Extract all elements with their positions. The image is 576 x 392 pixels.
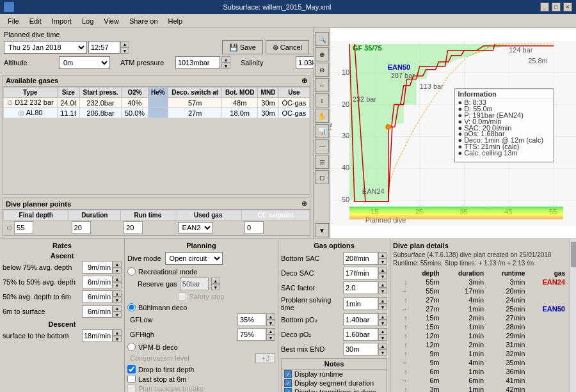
nav-btn-7[interactable]: 📊 xyxy=(315,124,329,138)
gfhi-dn[interactable]: ▼ xyxy=(266,334,275,341)
gas2-use: OC-gas xyxy=(278,108,309,118)
atm-pressure-input[interactable] xyxy=(175,56,220,69)
deco-sac-up[interactable]: ▲ xyxy=(378,267,387,273)
planned-dive-time-row: Planned dive time xyxy=(4,31,309,38)
menu-shareon[interactable]: Share on xyxy=(124,16,163,26)
rate2-dn[interactable]: ▼ xyxy=(113,282,122,288)
atm-increment-btn[interactable]: ▲ xyxy=(221,56,230,63)
bot-sac-dn[interactable]: ▼ xyxy=(378,258,387,265)
problem-up[interactable]: ▲ xyxy=(378,297,387,304)
reserve-gas-input[interactable] xyxy=(180,278,209,290)
minimize-button[interactable]: _ xyxy=(540,3,549,12)
rate1-up[interactable]: ▲ xyxy=(113,261,122,267)
sac-factor-input[interactable] xyxy=(343,281,378,294)
bottom-po2-input[interactable] xyxy=(343,313,378,326)
bot-sac-up[interactable]: ▲ xyxy=(378,252,387,258)
safety-stop-checkbox[interactable] xyxy=(178,292,186,301)
nav-btn-1[interactable]: 🔍 xyxy=(315,32,329,46)
deco-sac-dn[interactable]: ▼ xyxy=(378,273,387,279)
planner-cc-setpoint[interactable] xyxy=(241,221,309,235)
nav-btn-8[interactable]: 〰 xyxy=(315,139,329,153)
gflo-up[interactable]: ▲ xyxy=(266,313,275,320)
rate-value-1[interactable] xyxy=(82,261,113,274)
nav-btn-4[interactable]: ↔ xyxy=(315,78,329,92)
scrollbar-thumb[interactable] xyxy=(571,242,576,267)
rate4-dn[interactable]: ▼ xyxy=(113,311,122,318)
problem-solving-input[interactable] xyxy=(343,297,378,310)
rate-value-3[interactable] xyxy=(82,290,113,303)
rate-value-5[interactable] xyxy=(82,329,113,342)
gas-col-size: Size xyxy=(57,88,79,98)
nav-btn-6[interactable]: ✋ xyxy=(315,109,329,123)
close-button[interactable]: ✕ xyxy=(563,3,572,12)
deco-sac-input[interactable] xyxy=(343,267,378,279)
altitude-select[interactable]: 0m xyxy=(59,56,110,69)
dive-plan-row-11: → 6m 6min 41min xyxy=(393,376,567,385)
nav-btn-5[interactable]: ↕ xyxy=(315,93,329,107)
time-input[interactable]: 12:57 xyxy=(88,41,120,54)
drop-to-first-depth-checkbox[interactable] xyxy=(127,365,136,373)
planner-duration[interactable] xyxy=(68,221,121,235)
scrollbar[interactable] xyxy=(570,239,576,392)
rate5-dn[interactable]: ▼ xyxy=(113,336,122,342)
dive-mode-select[interactable]: Open circuit xyxy=(165,252,223,265)
gfhi-up[interactable]: ▲ xyxy=(266,328,275,334)
note-checkbox-0[interactable] xyxy=(284,370,292,378)
plan-backgas-checkbox[interactable] xyxy=(127,384,136,392)
rate-value-4[interactable] xyxy=(82,305,113,318)
buhlmann-radio[interactable] xyxy=(127,303,136,311)
nav-btn-10[interactable]: ◻ xyxy=(315,170,329,184)
date-select[interactable]: Thu 25 Jan 2018 xyxy=(4,41,87,54)
deco-po2-dn[interactable]: ▼ xyxy=(378,334,387,341)
rate1-dn[interactable]: ▼ xyxy=(113,267,122,274)
nav-btn-3[interactable]: ⊖ xyxy=(315,63,329,77)
rate3-dn[interactable]: ▼ xyxy=(113,297,122,303)
time-increment-btn[interactable]: ▲ xyxy=(120,41,129,47)
gflo-dn[interactable]: ▼ xyxy=(266,320,275,326)
atm-decrement-btn[interactable]: ▼ xyxy=(221,63,230,69)
menu-log[interactable]: Log xyxy=(77,16,99,26)
cancel-button[interactable]: ⊗ Cancel xyxy=(266,40,309,54)
menu-import[interactable]: Import xyxy=(47,16,77,26)
note-checkbox-2[interactable] xyxy=(284,388,292,392)
recreational-radio[interactable] xyxy=(127,267,136,276)
bot-po2-up[interactable]: ▲ xyxy=(378,313,387,320)
restore-button[interactable]: □ xyxy=(552,3,561,12)
rate-value-2[interactable] xyxy=(82,276,113,288)
planner-used-gas[interactable]: EAN24 xyxy=(175,221,241,235)
best-mix-end-input[interactable] xyxy=(343,343,378,356)
planner-runtime[interactable] xyxy=(121,221,175,235)
planner-depth[interactable]: ⊙ xyxy=(4,221,69,235)
rate4-up[interactable]: ▲ xyxy=(113,305,122,311)
menu-edit[interactable]: Edit xyxy=(24,16,47,26)
problem-dn[interactable]: ▼ xyxy=(378,304,387,310)
nav-btn-2[interactable]: ⊕ xyxy=(315,47,329,61)
gf-low-input[interactable] xyxy=(237,313,266,326)
vpm-radio[interactable] xyxy=(127,343,136,351)
save-button[interactable]: 💾 Save xyxy=(222,40,263,54)
rate3-up[interactable]: ▲ xyxy=(113,290,122,297)
last-stop-checkbox[interactable] xyxy=(127,375,136,383)
deco-po2-up[interactable]: ▲ xyxy=(378,328,387,334)
menu-help[interactable]: Help xyxy=(163,16,188,26)
sac-factor-dn[interactable]: ▼ xyxy=(378,288,387,294)
best-mix-dn[interactable]: ▼ xyxy=(378,349,387,356)
gf-high-input[interactable] xyxy=(237,328,266,341)
bottom-sac-input[interactable] xyxy=(343,252,378,265)
note-checkbox-1[interactable] xyxy=(284,379,292,387)
planner-expand-icon[interactable]: ⊕ xyxy=(301,200,307,208)
rate2-up[interactable]: ▲ xyxy=(113,276,122,282)
rate5-up[interactable]: ▲ xyxy=(113,329,122,336)
nav-btn-down[interactable]: ▼ xyxy=(315,223,329,237)
drop-to-first-depth-row: Drop to first depth xyxy=(127,365,275,373)
available-gases-expand-icon[interactable]: ⊕ xyxy=(301,77,307,85)
sac-factor-up[interactable]: ▲ xyxy=(378,281,387,288)
time-decrement-btn[interactable]: ▼ xyxy=(120,47,129,54)
best-mix-up[interactable]: ▲ xyxy=(378,343,387,349)
menu-view[interactable]: View xyxy=(99,16,124,26)
menu-file[interactable]: File xyxy=(3,16,24,26)
nav-btn-9[interactable]: ☰ xyxy=(315,155,329,169)
deco-po2-input[interactable] xyxy=(343,328,378,341)
bot-po2-dn[interactable]: ▼ xyxy=(378,320,387,326)
main-container: Planned dive time Thu 25 Jan 2018 12:57 … xyxy=(0,28,576,392)
